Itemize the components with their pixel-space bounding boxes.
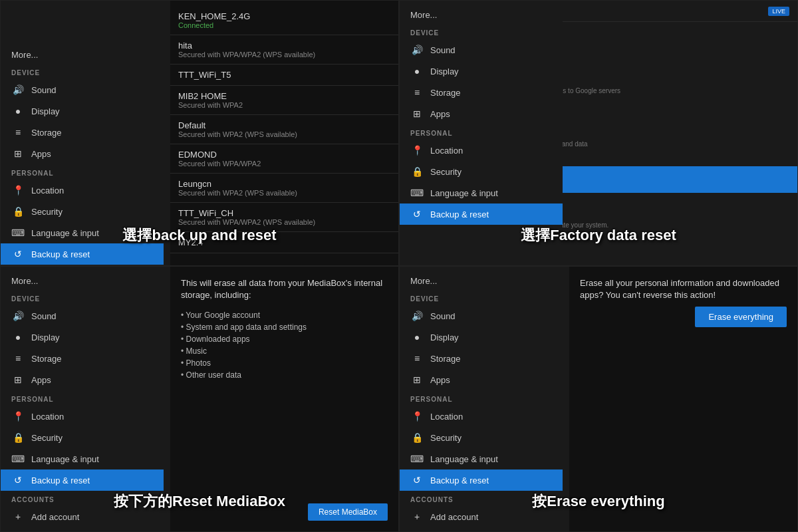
sidebar-display-p4[interactable]: ● Display	[400, 327, 563, 348]
location-icon-p3: 📍	[11, 411, 25, 422]
backup-icon-p4: ↺	[410, 475, 424, 485]
sidebar-apps-p1[interactable]: ⊞ Apps	[1, 143, 164, 164]
wifi-item-3[interactable]: TTT_WiFi_T5	[170, 65, 398, 86]
sidebar-backup-p2[interactable]: ↺ Backup & reset	[400, 203, 563, 225]
sidebar-language-p4[interactable]: ⌨ Language & input	[400, 448, 563, 469]
caption-panel3: 按下方的Reset MediaBox	[114, 491, 285, 511]
wifi-item-6[interactable]: EDMOND Secured with WPA/WPA2	[170, 144, 398, 174]
apps-icon-p2: ⊞	[410, 108, 424, 119]
erase-list-item-2: System and app data and settings	[181, 321, 388, 333]
device-label-p2: DEVICE	[400, 24, 563, 39]
backup-icon-p2: ↺	[410, 209, 424, 219]
panel-top-left: 安博科技 UNBLOCK TECH TV BOX More... DEVICE …	[0, 0, 399, 266]
language-icon-p2: ⌨	[410, 188, 424, 198]
sidebar-location-p2[interactable]: 📍 Location	[400, 140, 563, 161]
wifi-item-5[interactable]: Default Secured with WPA2 (WPS available…	[170, 115, 398, 144]
security-icon-p4: 🔒	[410, 432, 424, 443]
sidebar-storage-p4[interactable]: ≡ Storage	[400, 348, 563, 369]
sound-icon-p4: 🔊	[410, 311, 424, 321]
apps-icon-p3: ⊞	[11, 374, 25, 385]
device-label-p3: DEVICE	[1, 290, 164, 305]
display-icon-p3: ●	[11, 332, 25, 342]
device-label-p1: DEVICE	[1, 64, 164, 79]
wifi-status-4: Secured with WPA2	[178, 101, 390, 109]
location-icon-p4: 📍	[410, 411, 424, 422]
wifi-status-1: Connected	[178, 21, 390, 29]
personal-label-p4: PERSONAL	[400, 390, 563, 406]
connected-badge: LIVE	[768, 7, 789, 16]
language-icon-p3: ⌨	[11, 454, 25, 464]
storage-icon-p4: ≡	[410, 353, 424, 364]
caption-panel1: 選擇back up and reset	[122, 225, 276, 245]
erase-list-item-5: Photos	[181, 357, 388, 369]
wifi-item-2[interactable]: hita Secured with WPA/WPA2 (WPS availabl…	[170, 35, 398, 65]
sidebar-display-p2[interactable]: ● Display	[400, 61, 563, 82]
sidebar-display-p1[interactable]: ● Display	[1, 100, 164, 122]
apps-icon: ⊞	[11, 148, 25, 159]
more-link-p3[interactable]: More...	[1, 272, 164, 290]
security-icon-p2: 🔒	[410, 166, 424, 177]
erase-list-item-4: Music	[181, 345, 388, 357]
sidebar-backup-p3[interactable]: ↺ Backup & reset	[1, 469, 164, 491]
caption-panel2: 選擇Factory data reset	[521, 225, 676, 245]
sidebar-location-p1[interactable]: 📍 Location	[1, 180, 164, 201]
wifi-name-1: KEN_HOME_2.4G	[178, 11, 390, 21]
more-link-p2[interactable]: More...	[400, 6, 563, 24]
language-icon-p4: ⌨	[410, 454, 424, 464]
storage-icon-p3: ≡	[11, 353, 25, 364]
wifi-item-4[interactable]: MIB2 HOME Secured with WPA2	[170, 86, 398, 115]
sidebar-sound-p2[interactable]: 🔊 Sound	[400, 39, 563, 61]
erase-final-title: Erase all your personal information and …	[580, 277, 787, 301]
sidebar-storage-p3[interactable]: ≡ Storage	[1, 348, 164, 369]
sidebar-storage-p2[interactable]: ≡ Storage	[400, 82, 563, 103]
wifi-item-1[interactable]: KEN_HOME_2.4G Connected	[170, 6, 398, 35]
sidebar-sound-p1[interactable]: 🔊 Sound	[1, 79, 164, 100]
personal-label-p3: PERSONAL	[1, 390, 164, 406]
panel-bottom-left: More... DEVICE 🔊 Sound ● Display ≡ Stora…	[0, 266, 399, 532]
security-icon: 🔒	[11, 206, 25, 217]
more-link-p1[interactable]: More...	[1, 46, 164, 64]
wifi-name-2: hita	[178, 41, 390, 51]
sidebar-display-p3[interactable]: ● Display	[1, 327, 164, 348]
panel-top-right: More... DEVICE 🔊 Sound ● Display ≡ Stora…	[399, 0, 798, 266]
caption-panel4: 按Erase everything	[532, 491, 664, 511]
sidebar-security-p4[interactable]: 🔒 Security	[400, 427, 563, 448]
storage-icon: ≡	[11, 127, 25, 138]
sidebar-language-p2[interactable]: ⌨ Language & input	[400, 182, 563, 203]
sidebar-sound-p4[interactable]: 🔊 Sound	[400, 305, 563, 327]
sidebar-location-p4[interactable]: 📍 Location	[400, 406, 563, 427]
erase-list: Your Google account System and app data …	[181, 309, 388, 381]
wifi-item-7[interactable]: Leungcn Secured with WPA2 (WPS available…	[170, 174, 398, 203]
location-icon-p2: 📍	[410, 145, 424, 156]
sidebar-apps-p2[interactable]: ⊞ Apps	[400, 103, 563, 124]
backup-icon: ↺	[11, 249, 25, 259]
erase-list-item-3: Downloaded apps	[181, 333, 388, 345]
sidebar-apps-p3[interactable]: ⊞ Apps	[1, 369, 164, 390]
wifi-status-6: Secured with WPA/WPA2	[178, 160, 390, 168]
sidebar-security-p1[interactable]: 🔒 Security	[1, 201, 164, 222]
wifi-status-2: Secured with WPA/WPA2 (WPS available)	[178, 51, 390, 59]
backup-icon-p3: ↺	[11, 475, 25, 485]
wifi-name-3: TTT_WiFi_T5	[178, 70, 390, 80]
wifi-name-5: Default	[178, 120, 390, 130]
sidebar-storage-p1[interactable]: ≡ Storage	[1, 122, 164, 143]
storage-icon-p2: ≡	[410, 87, 424, 98]
location-icon: 📍	[11, 185, 25, 196]
sidebar-apps-p4[interactable]: ⊞ Apps	[400, 369, 563, 390]
sidebar-backup-p4[interactable]: ↺ Backup & reset	[400, 469, 563, 491]
device-label-p4: DEVICE	[400, 290, 563, 305]
add-icon-p4: +	[410, 511, 424, 522]
display-icon: ●	[11, 106, 25, 116]
sidebar-location-p3[interactable]: 📍 Location	[1, 406, 164, 427]
wifi-name-8: TTT_WiFi_CH	[178, 208, 390, 218]
erase-everything-button[interactable]: Erase everything	[695, 307, 787, 327]
reset-mediabox-button[interactable]: Reset MediaBox	[308, 503, 388, 521]
sidebar-security-p3[interactable]: 🔒 Security	[1, 427, 164, 448]
sidebar-backup-p1[interactable]: ↺ Backup & reset	[1, 243, 164, 265]
sidebar-sound-p3[interactable]: 🔊 Sound	[1, 305, 164, 327]
sidebar-language-p3[interactable]: ⌨ Language & input	[1, 448, 164, 469]
sound-icon: 🔊	[11, 84, 25, 95]
more-link-p4[interactable]: More...	[400, 272, 563, 290]
sidebar-security-p2[interactable]: 🔒 Security	[400, 161, 563, 182]
sound-icon-p3: 🔊	[11, 311, 25, 321]
